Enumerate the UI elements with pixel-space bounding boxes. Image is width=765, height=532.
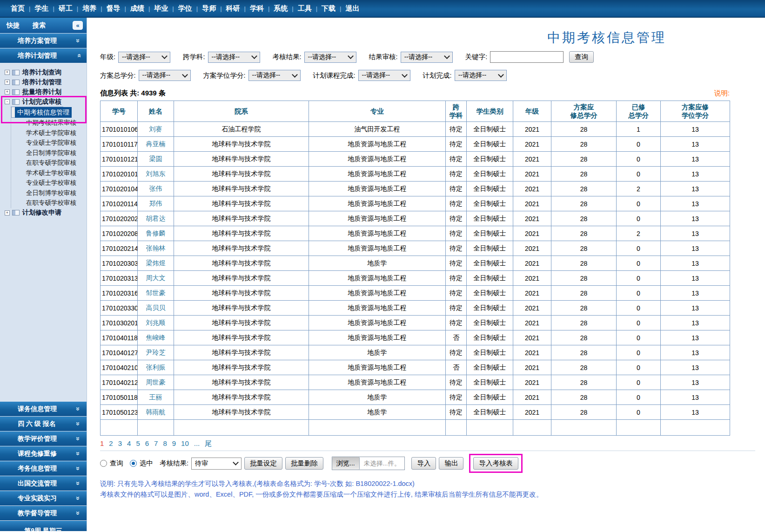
nav-item-10[interactable]: 科研 [222,4,244,13]
sidebar-section[interactable]: 培养计划管理» [0,48,87,63]
nav-item-12[interactable]: 系统 [269,4,292,13]
cell-student-name[interactable]: 焦峻峰 [138,330,174,345]
filter-select[interactable]: --请选择-- [118,52,170,63]
nav-item-14[interactable]: 下载 [317,4,340,13]
tree-expand-icon[interactable]: + [5,80,10,85]
page-link-10[interactable]: 10 [181,439,189,448]
filter-select[interactable]: --请选择-- [208,52,260,63]
filter-select[interactable]: --请选择-- [358,70,410,81]
cell-student-name[interactable]: 周世豪 [138,375,174,390]
page-link-6[interactable]: 6 [145,439,149,448]
note-link-right[interactable]: 说明: [714,89,730,98]
nav-item-5[interactable]: 督导 [102,4,125,13]
nav-item-15[interactable]: 退出 [341,4,363,13]
tree-leaf[interactable]: 专业硕士学院审核 [11,138,87,148]
search-button[interactable]: 查询 [569,51,594,63]
nav-item-11[interactable]: 学科 [246,4,268,13]
page-link-2[interactable]: 2 [109,439,113,448]
import-assessment-table-button[interactable]: 导入考核表 [473,457,518,470]
cell-student-name[interactable]: 张翰林 [138,241,174,256]
tree-node[interactable]: +培养计划管理 [0,77,87,87]
cell-student-name[interactable]: 邹世豪 [138,286,174,301]
cell-student-name[interactable]: 韩雨航 [138,405,174,420]
sidebar-section[interactable]: 出国交流管理» [0,476,87,491]
tree-expand-icon[interactable]: + [5,89,10,94]
tree-leaf[interactable]: 全日制博学院审核 [11,148,87,158]
tree-leaf[interactable]: 在职专硕学院审核 [11,158,87,168]
cell-student-name[interactable]: 王丽 [138,390,174,405]
sidebar-section[interactable]: 教学评价管理» [0,431,87,446]
sidebar-section[interactable]: 课务信息管理» [0,402,87,416]
cell-student-name[interactable]: 冉亚楠 [138,137,174,152]
keyword-input[interactable] [490,51,564,63]
page-link-last[interactable]: 尾 [205,439,212,448]
nav-item-6[interactable]: 成绩 [126,4,148,13]
tree-leaf[interactable]: 学术硕士学校审核 [11,168,87,178]
cell-student-name[interactable]: 周大文 [138,271,174,286]
sidebar-tab-search[interactable]: 搜索 [33,21,46,30]
tree-expand-icon[interactable]: + [5,210,10,215]
sidebar-section[interactable]: 四 六 级 报名» [0,417,87,431]
cell-student-name[interactable]: 尹玲芝 [138,345,174,360]
filter-select[interactable]: --请选择-- [455,70,507,81]
tree-leaf[interactable]: 专业硕士学校审核 [11,178,87,188]
cell-student-name[interactable]: 刘兆顺 [138,316,174,330]
nav-item-1[interactable]: 首页 [7,4,29,13]
sidebar-section[interactable]: 课程免修重修» [0,446,87,461]
cell-student-name[interactable]: 张利振 [138,360,174,375]
nav-item-9[interactable]: 导师 [198,4,220,13]
export-button[interactable]: 输出 [439,457,463,470]
tree-collapse-icon[interactable]: - [5,99,10,104]
radio-selected[interactable] [130,460,137,467]
tree-node[interactable]: -计划完成审核 [0,97,87,107]
tree-node[interactable]: +批量培养计划 [0,87,87,97]
page-link-7[interactable]: 7 [154,439,158,448]
sidebar-section[interactable]: 考务信息管理» [0,461,87,476]
nav-item-4[interactable]: 培养 [78,4,101,13]
tree-leaf[interactable]: 学术硕士学院审核 [11,128,87,138]
tree-expand-icon[interactable]: + [5,70,10,75]
tree-leaf[interactable]: 中期考核信息管理 [11,107,63,118]
nav-item-2[interactable]: 学生 [30,4,53,13]
cell-student-name[interactable]: 张伟 [138,182,174,196]
page-link-1[interactable]: 1 [100,439,104,448]
sidebar-tab-quick[interactable]: 快捷 [7,21,20,30]
filter-select[interactable]: --请选择-- [139,70,191,81]
cell-student-name[interactable]: 刘旭东 [138,167,174,182]
filter-select[interactable]: --请选择-- [401,52,453,63]
page-link-5[interactable]: 5 [136,439,140,448]
sidebar-section[interactable]: 教学督导管理» [0,506,87,520]
filter-select[interactable]: --请选择-- [248,70,301,81]
file-input[interactable]: 浏览... 未选择...件。 [332,457,405,470]
nav-item-13[interactable]: 工具 [294,4,316,13]
cell-student-name[interactable]: 梁圆 [138,152,174,167]
page-link-4[interactable]: 4 [127,439,131,448]
sidebar-section[interactable]: 培养方案管理» [0,34,87,48]
cell-student-name[interactable]: 胡君达 [138,211,174,226]
tree-leaf[interactable]: 全日制博学校审核 [11,188,87,198]
page-link-3[interactable]: 3 [118,439,122,448]
cell-student-name[interactable]: 郑伟 [138,196,174,211]
batch-set-button[interactable]: 批量设定 [244,457,282,470]
import-button[interactable]: 导入 [411,457,436,470]
page-link-8[interactable]: 8 [163,439,167,448]
batch-delete-button[interactable]: 批量删除 [285,457,323,470]
filter-select[interactable]: --请选择-- [304,52,356,63]
sidebar-section[interactable]: 专业实践实习» [0,491,87,505]
cell-student-name[interactable]: 高贝贝 [138,301,174,316]
nav-item-7[interactable]: 毕业 [150,4,172,13]
tree-node[interactable]: +计划修改申请 [0,208,87,218]
nav-item-3[interactable]: 研工 [54,4,77,13]
cell-student-name[interactable]: 梁炜煜 [138,256,174,271]
nav-item-8[interactable]: 学位 [174,4,196,13]
cell-student-name[interactable]: 鲁修麟 [138,226,174,241]
tree-node[interactable]: +培养计划查询 [0,67,87,77]
cell-student-name[interactable]: 刘赛 [138,122,174,137]
sidebar-collapse-icon[interactable]: « [73,21,83,30]
tree-leaf[interactable]: 中期考核结果审核 [11,118,87,128]
radio-query[interactable] [100,460,107,467]
tree-leaf[interactable]: 在职专硕学校审核 [11,198,87,208]
browse-button[interactable]: 浏览... [332,457,360,470]
result-select[interactable]: 待审 [191,458,242,470]
page-link-9[interactable]: 9 [172,439,176,448]
